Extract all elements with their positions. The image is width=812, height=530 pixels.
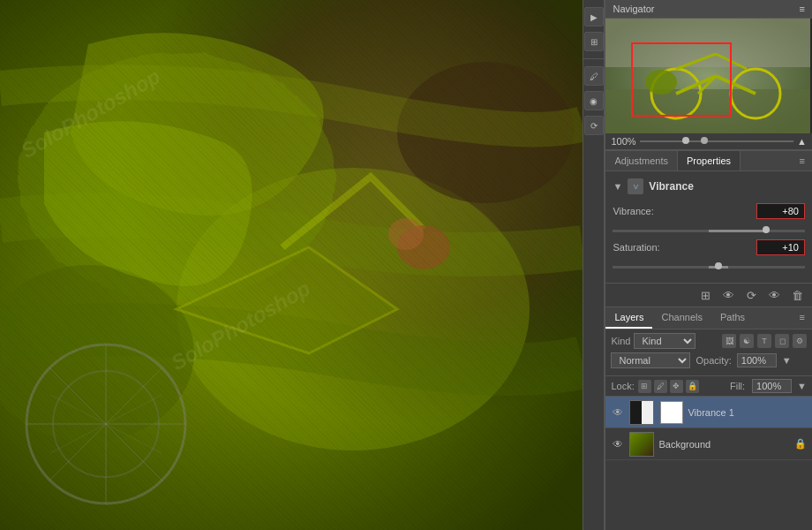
- vibrance-section: Vibrance:: [613, 203, 805, 232]
- kind-filter-icons: 🖼 ☯ T ◻ ⚙: [722, 334, 807, 348]
- layer-thumb-background: [629, 432, 654, 457]
- svg-point-16: [388, 218, 424, 250]
- tab-channels[interactable]: Channels: [652, 307, 710, 329]
- svg-point-7: [26, 344, 185, 504]
- toolbar-icon-5[interactable]: ⟳: [584, 116, 604, 135]
- fill-input[interactable]: [752, 379, 792, 393]
- layer-name-background: Background: [658, 439, 790, 450]
- layer-eye-vibrance[interactable]: 👁: [611, 405, 625, 420]
- kind-icon-img[interactable]: 🖼: [722, 334, 736, 348]
- svg-point-3: [18, 53, 335, 300]
- opacity-arrow-icon[interactable]: ▼: [782, 355, 792, 366]
- layer-eye-background[interactable]: 👁: [611, 437, 625, 451]
- toolbar-icon-1[interactable]: ▶: [584, 7, 604, 26]
- lock-move-icon[interactable]: ✥: [670, 380, 683, 393]
- zoom-icon: ▲: [797, 136, 807, 147]
- layer-thumb-vibrance: [629, 400, 654, 425]
- svg-point-27: [645, 70, 677, 95]
- layers-menu-btn[interactable]: ≡: [793, 307, 812, 329]
- vibrance-header: ▼ V Vibrance: [613, 178, 805, 194]
- svg-point-5: [0, 265, 194, 442]
- navigator-menu-icon[interactable]: ≡: [800, 4, 805, 14]
- svg-rect-2: [0, 0, 583, 530]
- add-layer-icon[interactable]: ⊞: [697, 287, 713, 303]
- svg-point-4: [177, 168, 530, 450]
- layer-item-background[interactable]: 👁 Background 🔒: [605, 428, 812, 460]
- layers-list: 👁 Vibrance 1 👁 Background 🔒: [605, 397, 812, 530]
- eye-icon[interactable]: 👁: [720, 287, 736, 303]
- layer-mask-vibrance: [660, 401, 683, 424]
- props-menu-btn[interactable]: ≡: [793, 151, 812, 170]
- kind-icon-type[interactable]: T: [757, 334, 771, 348]
- navigator-header: Navigator ≡: [605, 0, 812, 19]
- properties-panel: ▼ V Vibrance Vibrance:: [605, 171, 812, 284]
- lock-icons: ⊞ 🖊 ✥ 🔒: [638, 380, 699, 393]
- vibrance-row: Vibrance:: [613, 203, 805, 219]
- layer-lock-background: 🔒: [794, 438, 807, 450]
- toolbar-icon-3[interactable]: 🖊: [584, 66, 604, 86]
- trash-icon[interactable]: 🗑: [789, 287, 805, 303]
- fill-arrow-icon[interactable]: ▼: [797, 381, 807, 391]
- vibrance-adj-icon: V: [628, 178, 643, 194]
- tab-adjustments[interactable]: Adjustments: [605, 151, 678, 170]
- kind-label: Kind: [611, 336, 630, 346]
- layer-controls: Kind Kind 🖼 ☯ T ◻ ⚙ Normal: [605, 329, 812, 376]
- canvas-artwork: SoloPhotoshop SoloPhotoshop: [0, 0, 583, 530]
- navigator-title: Navigator: [613, 4, 654, 14]
- kind-icon-smart[interactable]: ⚙: [793, 334, 807, 348]
- lock-label: Lock:: [611, 381, 634, 391]
- zoom-value: 100%: [611, 136, 635, 147]
- canvas-area: SoloPhotoshop SoloPhotoshop: [0, 0, 583, 530]
- kind-row: Kind Kind 🖼 ☯ T ◻ ⚙: [611, 333, 807, 349]
- svg-point-6: [397, 62, 574, 203]
- navigator-section: Navigator ≡: [605, 0, 812, 151]
- tab-paths[interactable]: Paths: [711, 307, 754, 329]
- kind-icon-shape[interactable]: ◻: [775, 334, 789, 348]
- saturation-slider[interactable]: [613, 266, 805, 269]
- adj-props-tabs: Adjustments Properties ≡: [605, 151, 812, 171]
- lock-fill-row: Lock: ⊞ 🖊 ✥ 🔒 Fill: ▼: [605, 376, 812, 397]
- opacity-input[interactable]: [737, 353, 777, 367]
- zoom-bar: 100% ▲: [605, 133, 812, 150]
- navigator-thumbnail: [605, 19, 812, 133]
- svg-rect-1: [0, 0, 583, 530]
- lock-paint-icon[interactable]: 🖊: [654, 380, 667, 393]
- kind-select[interactable]: Kind: [634, 333, 695, 349]
- eye2-icon[interactable]: 👁: [766, 287, 782, 303]
- right-panel: Navigator ≡: [605, 0, 812, 530]
- toolbar-icon-4[interactable]: ◉: [584, 91, 604, 110]
- watermark-1: SoloPhotoshop: [17, 64, 164, 163]
- vertical-toolbar: ▶ ⊞ 🖊 ◉ ⟳: [583, 0, 605, 530]
- saturation-label: Saturation:: [613, 242, 683, 253]
- vibrance-title: Vibrance: [649, 180, 693, 193]
- toolbar-icon-2[interactable]: ⊞: [584, 32, 604, 51]
- svg-line-14: [50, 395, 162, 453]
- blend-mode-select[interactable]: Normal: [611, 352, 690, 368]
- layer-name-vibrance: Vibrance 1: [688, 407, 807, 418]
- svg-point-8: [53, 371, 159, 477]
- blend-row: Normal Opacity: ▼: [611, 352, 807, 368]
- lock-all-icon[interactable]: 🔒: [686, 380, 699, 393]
- layers-section: Layers Channels Paths ≡ Kind Kind 🖼 ☯ T …: [605, 307, 812, 530]
- fill-label: Fill:: [730, 381, 745, 391]
- refresh-icon[interactable]: ⟳: [743, 287, 759, 303]
- svg-line-11: [49, 367, 162, 481]
- nav-thumb-art: [605, 19, 810, 133]
- lock-transparent-icon[interactable]: ⊞: [638, 380, 651, 393]
- toggle-arrow-icon[interactable]: ▼: [613, 181, 622, 192]
- layer-item-vibrance[interactable]: 👁 Vibrance 1: [605, 397, 812, 428]
- svg-rect-0: [0, 0, 583, 530]
- tab-layers[interactable]: Layers: [605, 307, 652, 329]
- svg-line-13: [50, 395, 162, 453]
- svg-line-12: [49, 367, 162, 481]
- saturation-row: Saturation:: [613, 239, 805, 255]
- saturation-section: Saturation:: [613, 239, 805, 269]
- canvas-image: SoloPhotoshop SoloPhotoshop: [0, 0, 583, 530]
- saturation-input[interactable]: [756, 239, 805, 255]
- zoom-slider[interactable]: [640, 140, 794, 142]
- vibrance-input[interactable]: [756, 203, 805, 219]
- kind-icon-adj[interactable]: ☯: [740, 334, 754, 348]
- vibrance-slider[interactable]: [613, 230, 805, 232]
- watermark-2: SoloPhotoshop: [167, 276, 314, 375]
- tab-properties[interactable]: Properties: [678, 151, 741, 170]
